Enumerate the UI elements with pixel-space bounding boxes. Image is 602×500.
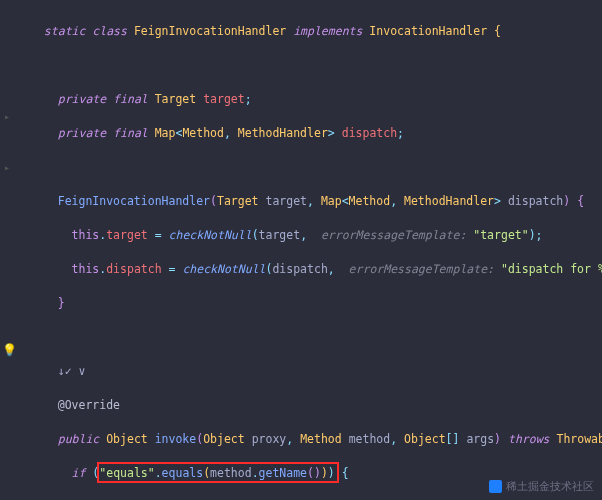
fold-marker[interactable]: ▸ (4, 159, 10, 176)
intention-bulb-icon[interactable]: 💡 (2, 342, 17, 359)
gutter: ▸ ▸ 💡 (0, 6, 24, 496)
watermark-text: 稀土掘金技术社区 (506, 479, 594, 494)
code-content: static class FeignInvocationHandler impl… (30, 6, 602, 500)
watermark: 稀土掘金技术社区 (489, 479, 594, 494)
juejin-logo-icon (489, 480, 502, 493)
fold-marker[interactable]: ▸ (4, 108, 10, 125)
code-editor[interactable]: ▸ ▸ 💡 static class FeignInvocationHandle… (0, 0, 602, 500)
